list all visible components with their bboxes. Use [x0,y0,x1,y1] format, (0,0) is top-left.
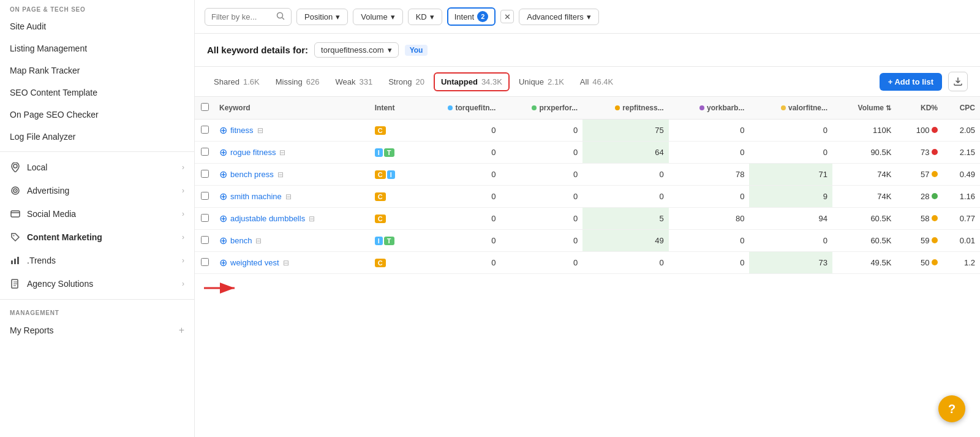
tab-all[interactable]: All 46.4K [573,73,620,91]
pin-icon [10,162,21,173]
keywords-table-wrap: Keyword Intent torquefitn... prxperfor..… [195,97,980,437]
table-layout-icon: ⊟ [283,259,289,267]
sidebar-item-trends[interactable]: .Trends › [0,249,194,272]
sidebar-item-site-audit[interactable]: Site Audit [0,15,194,37]
sidebar: ON PAGE & TECH SEO Site Audit Listing Ma… [0,0,195,437]
volume-column-header[interactable]: Volume ⇅ [832,97,896,120]
row-checkbox-cell[interactable] [195,120,214,142]
target-icon [10,185,21,196]
kd-dot-indicator [932,149,938,155]
keyword-link[interactable]: bench [230,236,252,245]
cpc-cell: 2.15 [943,142,980,164]
kd-label: KD [416,12,427,21]
add-keyword-icon: ⊕ [219,146,227,158]
tab-label: Unique [519,77,544,86]
tab-count: 20 [415,77,424,86]
add-keyword-icon: ⊕ [219,169,227,180]
row-checkbox[interactable] [201,214,209,222]
select-all-checkbox[interactable] [201,103,209,111]
sidebar-item-content-marketing[interactable]: Content Marketing › [0,226,194,249]
row-checkbox[interactable] [201,258,209,266]
sidebar-item-log-file-analyzer[interactable]: Log File Analyzer [0,126,194,148]
volume-filter-button[interactable]: Volume ▾ [353,9,402,25]
select-all-header[interactable] [195,97,214,120]
intent-cell: C [370,252,416,274]
keyword-link[interactable]: bench press [230,170,274,179]
kd-cell: 100 [896,120,943,142]
search-input[interactable] [211,12,273,21]
keyword-link[interactable]: adjustable dumbbells [230,214,305,223]
tag-icon [10,232,21,243]
row-checkbox-cell[interactable] [195,252,214,274]
york-cell: 0 [669,142,750,164]
chevron-right-icon: › [182,233,184,241]
tab-count: 1.6K [243,77,260,86]
row-checkbox[interactable] [201,192,209,200]
svg-point-5 [13,235,15,237]
tab-weak[interactable]: Weak 331 [328,73,379,91]
kd-dot-indicator [932,259,938,265]
sidebar-item-label: Content Marketing [27,232,102,242]
intent-cell: IT [370,230,416,252]
search-filter[interactable] [205,8,292,26]
tab-shared[interactable]: Shared 1.6K [207,73,266,91]
sidebar-item-map-rank-tracker[interactable]: Map Rank Tracker [0,59,194,82]
doc-icon [10,278,21,289]
add-to-list-button[interactable]: + Add to list [880,73,942,91]
chevron-right-icon: › [182,279,184,288]
sidebar-item-my-reports[interactable]: My Reports + [0,319,194,342]
row-checkbox-cell[interactable] [195,208,214,230]
advanced-filters-label: Advanced filters [527,12,584,21]
row-checkbox[interactable] [201,148,209,156]
tab-untapped[interactable]: Untapped 34.3K [434,72,510,91]
svg-point-0 [13,164,17,168]
sidebar-item-listing-management[interactable]: Listing Management [0,37,194,59]
sidebar-item-agency-solutions[interactable]: Agency Solutions › [0,272,194,295]
table-row: ⊕bench press⊟CI000787174K57 0.49 [195,164,980,186]
tab-unique[interactable]: Unique 2.1K [512,73,571,91]
row-checkbox-cell[interactable] [195,164,214,186]
export-button[interactable] [948,72,968,91]
keywords-table: Keyword Intent torquefitn... prxperfor..… [195,97,980,274]
torque-column-header: torquefitn... [416,97,501,120]
search-icon [276,12,285,22]
sidebar-item-seo-content-template[interactable]: SEO Content Template [0,82,194,104]
domain-selector[interactable]: torquefitness.com ▾ [314,42,399,58]
valor-cell: 71 [749,164,832,186]
sidebar-item-social-media[interactable]: Social Media › [0,202,194,226]
sidebar-item-on-page-seo-checker[interactable]: On Page SEO Checker [0,104,194,126]
tab-missing[interactable]: Missing 626 [269,73,326,91]
cpc-cell: 2.05 [943,120,980,142]
tab-strong[interactable]: Strong 20 [382,73,431,91]
keyword-link[interactable]: fitness [230,126,254,135]
rep-cell: 0 [582,164,669,186]
advanced-filters-button[interactable]: Advanced filters ▾ [519,9,599,25]
row-checkbox-cell[interactable] [195,230,214,252]
chevron-right-icon: › [182,256,184,265]
sidebar-item-local[interactable]: Local › [0,156,194,179]
help-button[interactable]: ? [938,395,965,422]
position-label: Position [304,12,333,21]
row-checkbox[interactable] [201,236,209,244]
rep-cell: 5 [582,208,669,230]
table-body: ⊕fitness⊟C007500110K100 2.05⊕rogue fitne… [195,120,980,274]
table-layout-icon: ⊟ [257,126,263,135]
row-checkbox[interactable] [201,170,209,178]
valor-cell: 0 [749,142,832,164]
keyword-link[interactable]: weighted vest [230,258,279,267]
row-checkbox-cell[interactable] [195,142,214,164]
intent-clear-button[interactable]: ✕ [500,10,514,23]
keyword-link[interactable]: rogue fitness [230,148,276,157]
intent-filter-button[interactable]: Intent 2 [447,7,496,26]
keyword-link[interactable]: smith machine [230,192,282,201]
sidebar-item-label: Advertising [27,186,69,196]
rep-cell: 0 [582,252,669,274]
keyword-cell: ⊕rogue fitness⊟ [214,142,370,164]
row-checkbox[interactable] [201,126,209,134]
tab-count: 46.4K [592,77,613,86]
cpc-cell: 1.2 [943,252,980,274]
row-checkbox-cell[interactable] [195,186,214,208]
position-filter-button[interactable]: Position ▾ [296,9,348,25]
sidebar-item-advertising[interactable]: Advertising › [0,179,194,202]
kd-filter-button[interactable]: KD ▾ [408,9,442,25]
